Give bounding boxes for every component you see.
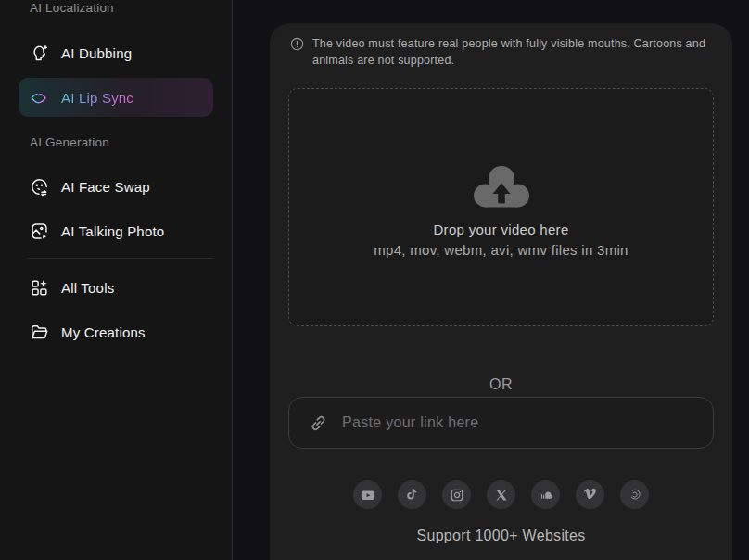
soundcloud-icon[interactable] [531, 480, 560, 509]
tiktok-icon[interactable] [398, 480, 426, 509]
sidebar-section-ai-generation: AI Generation [30, 135, 109, 149]
instagram-icon[interactable] [442, 480, 471, 509]
dropzone-title: Drop your video here [433, 222, 568, 237]
youtube-icon[interactable] [353, 480, 382, 509]
spiral-icon[interactable] [620, 480, 649, 509]
sidebar-item-label: All Tools [61, 280, 114, 296]
sidebar-item-all-tools[interactable]: All Tools [19, 269, 213, 306]
video-dropzone[interactable]: Drop your video here mp4, mov, webm, avi… [288, 88, 714, 326]
grid-sparkle-icon [30, 278, 49, 298]
requirements-notice: The video must feature real people with … [290, 36, 709, 69]
upload-panel: The video must feature real people with … [270, 23, 732, 560]
sidebar-item-label: AI Dubbing [61, 45, 132, 61]
info-icon [290, 37, 304, 69]
sidebar-section-ai-localization: AI Localization [30, 1, 114, 15]
or-label: OR [270, 376, 732, 393]
x-icon[interactable] [487, 480, 515, 509]
dropzone-formats: mp4, mov, webm, avi, wmv files in 3min [374, 242, 628, 258]
sidebar-divider [28, 258, 213, 259]
vimeo-icon[interactable] [576, 480, 604, 509]
lips-icon [30, 88, 49, 108]
cloud-upload-icon [473, 165, 530, 212]
sidebar-item-my-creations[interactable]: My Creations [19, 313, 213, 350]
link-input[interactable] [342, 414, 693, 431]
supported-sites-row [270, 480, 732, 509]
open-folder-icon [30, 323, 49, 342]
sidebar-item-ai-dubbing[interactable]: AI Dubbing [19, 34, 213, 71]
sidebar-item-ai-face-swap[interactable]: AI Face Swap [19, 168, 213, 205]
sidebar-item-label: AI Lip Sync [61, 90, 133, 106]
sidebar-item-label: AI Face Swap [61, 179, 150, 195]
sidebar-item-ai-lip-sync[interactable]: AI Lip Sync [19, 78, 213, 117]
sidebar-item-label: AI Talking Photo [61, 223, 164, 239]
face-swap-icon [30, 177, 49, 197]
talking-photo-icon [30, 222, 49, 241]
sidebar-item-label: My Creations [61, 325, 146, 340]
paste-link-field[interactable] [288, 397, 714, 449]
dubbing-head-icon [30, 44, 49, 63]
notice-text: The video must feature real people with … [312, 36, 709, 69]
sidebar: AI Localization AI Dubbing AI Lip Sync [0, 0, 233, 560]
sidebar-item-ai-talking-photo[interactable]: AI Talking Photo [19, 212, 213, 249]
link-chain-icon [309, 414, 328, 433]
support-websites-label: Support 1000+ Websites [270, 528, 732, 544]
